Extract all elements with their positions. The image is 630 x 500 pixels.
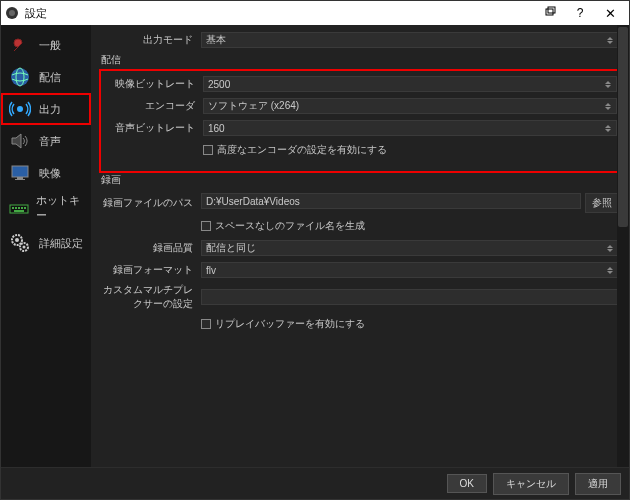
- browse-button[interactable]: 参照: [585, 193, 619, 213]
- ok-button[interactable]: OK: [447, 474, 487, 493]
- checkbox-replay[interactable]: リプレイバッファーを有効にする: [201, 317, 619, 331]
- row-replay: リプレイバッファーを有効にする: [101, 315, 619, 333]
- keyboard-icon: [7, 196, 30, 220]
- sidebar-item-hotkeys[interactable]: ホットキー: [1, 189, 91, 227]
- checkbox-icon: [201, 221, 211, 231]
- sidebar-item-label: 音声: [39, 134, 61, 149]
- svg-rect-7: [12, 166, 28, 177]
- checkbox-no-space[interactable]: スペースなしのファイル名を生成: [201, 219, 619, 233]
- row-mux: カスタムマルチプレクサーの設定: [101, 283, 619, 311]
- sidebar-item-video[interactable]: 映像: [1, 157, 91, 189]
- wrench-icon: [7, 33, 33, 57]
- label-video-bitrate: 映像ビットレート: [103, 77, 203, 91]
- spinner-icon[interactable]: [605, 120, 615, 136]
- row-format: 録画フォーマット flv: [101, 261, 619, 279]
- svg-rect-8: [17, 177, 23, 179]
- spinner-icon[interactable]: [605, 98, 615, 114]
- row-no-space: スペースなしのファイル名を生成: [101, 217, 619, 235]
- titlebar: 設定 ? ✕: [1, 1, 629, 25]
- sidebar-item-stream[interactable]: 配信: [1, 61, 91, 93]
- label-mux: カスタムマルチプレクサーの設定: [101, 283, 201, 311]
- svg-rect-9: [15, 179, 25, 180]
- row-adv-encoder: 高度なエンコーダの設定を有効にする: [103, 141, 617, 159]
- sidebar-item-advanced[interactable]: 詳細設定: [1, 227, 91, 259]
- broadcast-icon: [7, 97, 33, 121]
- speaker-icon: [7, 129, 33, 153]
- spinner-icon[interactable]: [607, 32, 617, 48]
- svg-rect-14: [21, 207, 23, 209]
- globe-icon: [7, 65, 33, 89]
- cancel-button[interactable]: キャンセル: [493, 473, 569, 495]
- sidebar-item-label: 詳細設定: [39, 236, 83, 251]
- input-record-path[interactable]: D:¥UserData¥Videos: [201, 193, 581, 209]
- app-icon: [5, 6, 19, 20]
- label-quality: 録画品質: [101, 241, 201, 255]
- checkbox-label: 高度なエンコーダの設定を有効にする: [217, 143, 387, 157]
- svg-point-6: [17, 106, 23, 112]
- sidebar: 一般 配信 出力 音声: [1, 25, 91, 467]
- restore-button[interactable]: [535, 6, 565, 21]
- spinner-icon[interactable]: [607, 262, 617, 278]
- help-button[interactable]: ?: [565, 6, 595, 20]
- select-output-mode[interactable]: 基本: [201, 32, 619, 48]
- record-group: 録画ファイルのパス D:¥UserData¥Videos 参照 スペースなしのフ…: [101, 193, 619, 343]
- section-record: 録画: [101, 173, 619, 187]
- label-format: 録画フォーマット: [101, 263, 201, 277]
- select-audio-bitrate[interactable]: 160: [203, 120, 617, 136]
- spinner-icon[interactable]: [607, 240, 617, 256]
- spinner-icon[interactable]: [605, 76, 615, 92]
- footer: OK キャンセル 適用: [1, 467, 629, 499]
- row-video-bitrate: 映像ビットレート 2500: [103, 75, 617, 93]
- input-video-bitrate[interactable]: 2500: [203, 76, 617, 92]
- svg-rect-11: [12, 207, 14, 209]
- body: 一般 配信 出力 音声: [1, 25, 629, 467]
- row-quality: 録画品質 配信と同じ: [101, 239, 619, 257]
- sidebar-item-label: ホットキー: [36, 193, 85, 223]
- input-mux[interactable]: [201, 289, 619, 305]
- svg-rect-12: [15, 207, 17, 209]
- svg-rect-15: [24, 207, 26, 209]
- label-audio-bitrate: 音声ビットレート: [103, 121, 203, 135]
- row-encoder: エンコーダ ソフトウェア (x264): [103, 97, 617, 115]
- gear-icon: [7, 231, 33, 255]
- label-output-mode: 出力モード: [101, 33, 201, 47]
- row-output-mode: 出力モード 基本: [101, 31, 619, 49]
- window-title: 設定: [25, 6, 47, 21]
- svg-rect-2: [546, 9, 553, 15]
- row-audio-bitrate: 音声ビットレート 160: [103, 119, 617, 137]
- sidebar-item-label: 一般: [39, 38, 61, 53]
- svg-rect-13: [18, 207, 20, 209]
- settings-window: 設定 ? ✕ 一般 配信: [0, 0, 630, 500]
- sidebar-item-audio[interactable]: 音声: [1, 125, 91, 157]
- apply-button[interactable]: 適用: [575, 473, 621, 495]
- svg-point-20: [23, 246, 26, 249]
- label-encoder: エンコーダ: [103, 99, 203, 113]
- sidebar-item-general[interactable]: 一般: [1, 29, 91, 61]
- checkbox-icon: [203, 145, 213, 155]
- sidebar-item-label: 映像: [39, 166, 61, 181]
- checkbox-icon: [201, 319, 211, 329]
- select-format[interactable]: flv: [201, 262, 619, 278]
- sidebar-item-output[interactable]: 出力: [1, 93, 91, 125]
- checkbox-label: スペースなしのファイル名を生成: [215, 219, 365, 233]
- checkbox-label: リプレイバッファーを有効にする: [215, 317, 365, 331]
- section-stream: 配信: [101, 53, 619, 67]
- sidebar-item-label: 出力: [39, 102, 61, 117]
- svg-point-18: [15, 238, 19, 242]
- sidebar-item-label: 配信: [39, 70, 61, 85]
- svg-point-1: [9, 10, 15, 16]
- select-quality[interactable]: 配信と同じ: [201, 240, 619, 256]
- svg-point-4: [11, 68, 29, 86]
- scrollbar-thumb[interactable]: [618, 27, 628, 227]
- content: 出力モード 基本 配信 映像ビットレート 2500: [91, 25, 629, 467]
- row-record-path: 録画ファイルのパス D:¥UserData¥Videos 参照: [101, 193, 619, 213]
- label-record-path: 録画ファイルのパス: [101, 196, 201, 210]
- scrollbar[interactable]: [617, 25, 629, 467]
- checkbox-adv-encoder[interactable]: 高度なエンコーダの設定を有効にする: [203, 143, 617, 157]
- select-encoder[interactable]: ソフトウェア (x264): [203, 98, 617, 114]
- svg-rect-16: [14, 210, 24, 212]
- svg-rect-3: [548, 7, 555, 13]
- close-button[interactable]: ✕: [595, 6, 625, 21]
- stream-group-highlight: 映像ビットレート 2500 エンコーダ ソフトウェア (x264): [103, 73, 617, 169]
- monitor-icon: [7, 161, 33, 185]
